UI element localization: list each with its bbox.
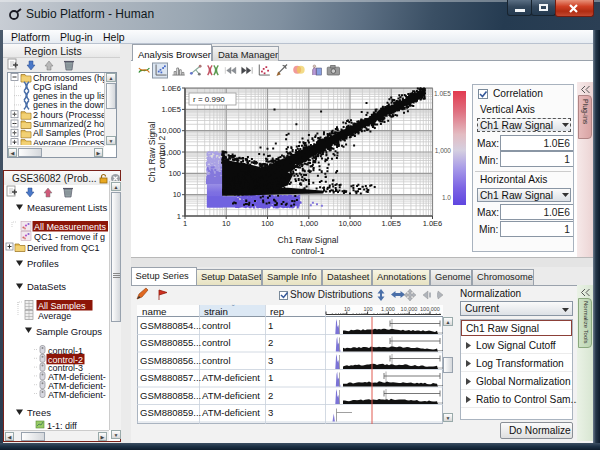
svg-text:DataSets: DataSets <box>27 281 66 292</box>
svg-text:Average: Average <box>38 311 71 321</box>
svg-text:10,000: 10,000 <box>339 219 362 228</box>
svg-text:1.0E5: 1.0E5 <box>381 219 401 228</box>
svg-text:100,000: 100,000 <box>420 306 440 312</box>
svg-text:All Measurements: All Measurements <box>34 222 107 232</box>
svg-text:control-1: control-1 <box>291 246 324 256</box>
svg-text:1: 1 <box>183 219 187 228</box>
svg-text:1.0: 1.0 <box>442 194 451 201</box>
svg-text:100: 100 <box>261 219 274 228</box>
svg-text:100: 100 <box>168 169 181 178</box>
svg-text:10: 10 <box>173 190 181 199</box>
svg-text:10,000: 10,000 <box>401 306 418 312</box>
svg-text:Profiles: Profiles <box>27 258 59 269</box>
svg-text:Ch1 Raw Signal: Ch1 Raw Signal <box>147 121 157 182</box>
svg-text:1: 1 <box>177 212 181 221</box>
svg-text:1.0E5: 1.0E5 <box>434 90 451 97</box>
svg-text:1,000: 1,000 <box>435 147 452 154</box>
svg-text:ATM-deficient-: ATM-deficient- <box>48 390 106 400</box>
svg-text:1.0E5: 1.0E5 <box>161 105 181 114</box>
svg-text:Derived from QC1: Derived from QC1 <box>27 243 100 253</box>
svg-text:Sample Groups: Sample Groups <box>36 326 102 337</box>
svg-text:100: 100 <box>363 306 372 312</box>
svg-text:1.0E6: 1.0E6 <box>423 219 443 228</box>
svg-text:1.0E6: 1.0E6 <box>161 84 181 93</box>
svg-text:10: 10 <box>344 306 350 312</box>
svg-text:10: 10 <box>222 219 230 228</box>
svg-text:All Samples: All Samples <box>38 301 86 311</box>
svg-text:Ch1 Raw Signal: Ch1 Raw Signal <box>278 235 339 245</box>
svg-text:10,000: 10,000 <box>158 126 181 135</box>
svg-text:1,000: 1,000 <box>381 306 395 312</box>
svg-text:QC1 - remove if g: QC1 - remove if g <box>34 232 105 242</box>
svg-text:Measurement Lists: Measurement Lists <box>27 202 108 213</box>
svg-text:control 2: control 2 <box>157 135 167 168</box>
svg-text:1,000: 1,000 <box>299 219 318 228</box>
svg-text:r = 0.990: r = 0.990 <box>193 95 225 104</box>
svg-text:1-1: diff: 1-1: diff <box>47 421 77 431</box>
svg-text:Trees: Trees <box>27 407 51 418</box>
svg-text:Average (Process: Average (Process <box>33 138 104 145</box>
